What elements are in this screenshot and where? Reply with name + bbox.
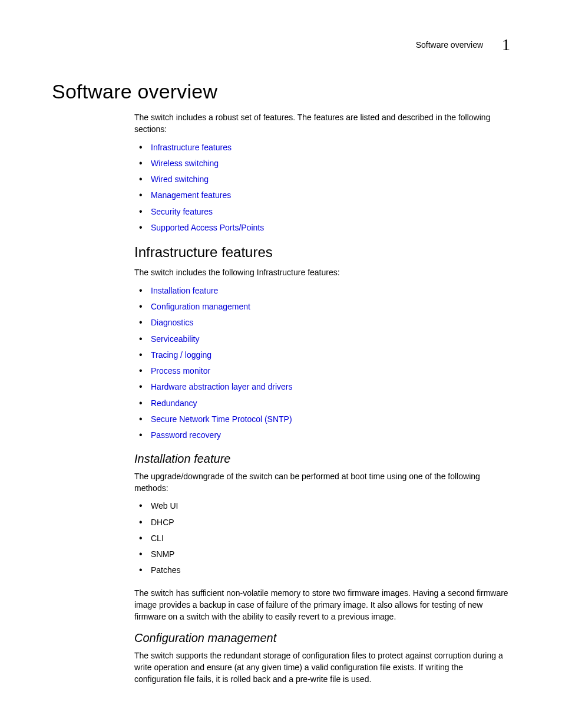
header-title: Software overview [416,40,483,50]
list-item: Serviceability [134,333,510,345]
list-item: Diagnostics [134,317,510,328]
install-items-list: Web UI DHCP CLI SNMP Patches [134,500,510,576]
list-item: Wireless switching [134,157,510,169]
link-redundancy[interactable]: Redundancy [151,398,197,408]
page-title: Software overview [52,80,510,103]
link-wireless-switching[interactable]: Wireless switching [151,159,219,168]
list-item: Installation feature [134,285,510,297]
page-header: Software overview 1 [52,35,510,54]
list-item: Process monitor [134,365,510,377]
list-item: Web UI [134,500,510,512]
item-text: DHCP [151,518,174,527]
link-sntp[interactable]: Secure Network Time Protocol (SNTP) [151,414,292,424]
install-paragraph-2: The switch has sufficient non-volatile m… [134,587,510,623]
list-item: Management features [134,189,510,201]
link-supported-access[interactable]: Supported Access Ports/Points [151,223,264,232]
list-item: Wired switching [134,173,510,185]
link-serviceability[interactable]: Serviceability [151,334,199,344]
item-text: SNMP [151,549,174,559]
list-item: Redundancy [134,397,510,409]
item-text: Web UI [151,501,178,510]
list-item: Configuration management [134,301,510,312]
list-item: Patches [134,564,510,576]
config-paragraph: The switch supports the redundant storag… [134,650,510,686]
link-infrastructure-features[interactable]: Infrastructure features [151,143,232,152]
intro-paragraph: The switch includes a robust set of feat… [134,111,510,136]
list-item: SNMP [134,548,510,560]
list-item: Hardware abstraction layer and drivers [134,381,510,393]
list-item: CLI [134,532,510,544]
subsection-heading-installation: Installation feature [134,452,510,466]
section-heading-infrastructure: Infrastructure features [134,244,510,261]
link-hardware-abstraction[interactable]: Hardware abstraction layer and drivers [151,382,292,391]
list-item: DHCP [134,516,510,528]
link-security-features[interactable]: Security features [151,207,213,216]
list-item: Tracing / logging [134,349,510,361]
list-item: Infrastructure features [134,141,510,153]
list-item: Password recovery [134,429,510,441]
link-process-monitor[interactable]: Process monitor [151,366,210,375]
main-content: The switch includes a robust set of feat… [134,111,510,686]
link-installation-feature[interactable]: Installation feature [151,286,218,295]
section-intro: The switch includes the following Infras… [134,266,510,278]
install-paragraph: The upgrade/downgrade of the switch can … [134,470,510,495]
subsection-heading-config: Configuration management [134,631,510,645]
list-item: Supported Access Ports/Points [134,222,510,233]
link-management-features[interactable]: Management features [151,190,231,200]
link-password-recovery[interactable]: Password recovery [151,430,221,440]
item-text: CLI [151,533,164,543]
link-diagnostics[interactable]: Diagnostics [151,318,193,327]
list-item: Secure Network Time Protocol (SNTP) [134,413,510,425]
top-links-list: Infrastructure features Wireless switchi… [134,141,510,234]
link-configuration-management[interactable]: Configuration management [151,302,250,311]
chapter-number: 1 [502,35,510,54]
infra-links-list: Installation feature Configuration manag… [134,285,510,442]
item-text: Patches [151,565,181,575]
list-item: Security features [134,206,510,218]
link-wired-switching[interactable]: Wired switching [151,174,209,184]
link-tracing-logging[interactable]: Tracing / logging [151,350,211,360]
